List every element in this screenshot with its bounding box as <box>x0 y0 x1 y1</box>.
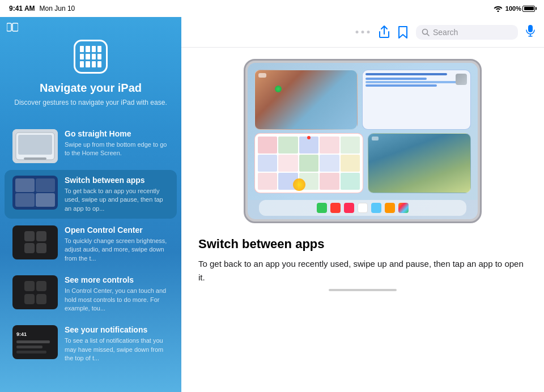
sidebar-thumb-more-controls <box>12 275 58 309</box>
sidebar-item-desc-more-controls: In Control Center, you can touch and hol… <box>65 287 169 313</box>
battery-percentage: 100% <box>505 5 521 12</box>
ipad-frame: 9:41 AM Mon Jun 10 100% <box>0 0 544 392</box>
dot-2 <box>362 31 364 33</box>
sidebar-item-text-switch-apps: Switch between apps To get back to an ap… <box>65 176 169 213</box>
main-content: Search <box>181 17 544 392</box>
sidebar: Navigate your iPad Discover gestures to … <box>0 17 181 392</box>
status-date: Mon Jun 10 <box>40 5 75 12</box>
article-area: Switch between apps To get back to an ap… <box>181 48 544 392</box>
sidebar-item-control-center[interactable]: Open Control Center To quickly change sc… <box>5 220 177 269</box>
toolbar-actions: Search <box>379 24 535 40</box>
sidebar-item-desc-notifications: To see a list of notifications that you … <box>65 336 169 363</box>
sidebar-item-text-go-home: Go straight Home Swipe up from the botto… <box>65 129 169 158</box>
sidebar-item-more-controls[interactable]: See more controls In Control Center, you… <box>5 270 177 318</box>
sidebar-thumb-go-home <box>12 129 58 163</box>
sidebar-thumb-switch-apps <box>12 176 58 210</box>
sidebar-thumb-notifications: 9:41 <box>12 325 58 359</box>
svg-rect-6 <box>24 157 46 160</box>
sidebar-item-text-notifications: See your notifications To see a list of … <box>65 325 169 363</box>
sidebar-item-go-home[interactable]: Go straight Home Swipe up from the botto… <box>5 123 177 169</box>
status-time: 9:41 AM <box>9 5 35 12</box>
dot-3 <box>367 31 370 33</box>
sidebar-items-list: Go straight Home Swipe up from the botto… <box>0 119 181 392</box>
circle-green <box>275 86 282 92</box>
svg-point-0 <box>497 11 499 12</box>
sidebar-title: Navigate your iPad <box>11 82 170 95</box>
dock-icon-4 <box>358 203 368 213</box>
app-card-landscape <box>254 70 358 130</box>
status-icons: 100% <box>494 5 535 12</box>
sidebar-item-title-notifications: See your notifications <box>65 325 169 334</box>
app-row-top <box>254 70 471 130</box>
search-icon <box>422 28 430 36</box>
sidebar-toggle-button[interactable] <box>7 23 18 35</box>
home-indicator <box>329 289 397 291</box>
svg-rect-2 <box>12 23 18 31</box>
sidebar-item-desc-control-center: To quickly change screen brightness, adj… <box>65 237 169 263</box>
sidebar-item-desc-go-home: Swipe up from the bottom edge to go to t… <box>65 140 169 158</box>
dock-icon-6 <box>385 203 395 213</box>
dock-icon-5 <box>371 203 381 213</box>
sidebar-item-text-more-controls: See more controls In Control Center, you… <box>65 275 169 313</box>
sidebar-item-title-switch-apps: Switch between apps <box>65 176 169 185</box>
sidebar-item-notifications[interactable]: 9:41 See your notifications To see a lis… <box>5 319 177 368</box>
dock-icon-7 <box>398 203 409 213</box>
sidebar-subtitle: Discover gestures to navigate your iPad … <box>11 98 170 108</box>
layout-body: Navigate your iPad Discover gestures to … <box>0 17 544 392</box>
multitask-grid <box>248 63 478 200</box>
sidebar-item-text-control-center: Open Control Center To quickly change sc… <box>65 225 169 263</box>
circle-yellow <box>293 178 305 191</box>
article-title: Switch between apps <box>198 237 325 252</box>
sidebar-item-title-go-home: Go straight Home <box>65 129 169 138</box>
article-body: To get back to an app you recently used,… <box>198 257 527 284</box>
svg-rect-5 <box>18 135 52 155</box>
top-bar: Search <box>181 17 544 48</box>
mic-icon <box>526 24 535 37</box>
sidebar-thumb-control-center <box>12 225 58 259</box>
svg-line-8 <box>427 33 430 36</box>
bookmark-button[interactable] <box>398 25 408 39</box>
dock-icon-3 <box>344 203 354 213</box>
search-bar[interactable]: Search <box>416 25 518 40</box>
svg-rect-9 <box>528 25 533 32</box>
sidebar-item-switch-apps[interactable]: Switch between apps To get back to an ap… <box>5 170 177 219</box>
dock-icon-2 <box>330 203 341 213</box>
app-card-calendar <box>254 133 363 193</box>
search-input-label: Search <box>433 28 458 37</box>
app-card-scene <box>368 133 471 193</box>
sidebar-item-title-more-controls: See more controls <box>65 275 169 284</box>
pagination-dots <box>356 31 370 33</box>
dot-1 <box>356 31 359 33</box>
sidebar-header: Navigate your iPad Discover gestures to … <box>0 17 181 119</box>
ipad-screen <box>248 63 478 219</box>
svg-rect-1 <box>7 23 11 31</box>
ipad-demo-illustration <box>244 59 482 223</box>
wifi-icon <box>494 5 503 12</box>
app-row-bottom <box>254 133 471 193</box>
app-card-contacts <box>362 70 471 130</box>
battery-indicator: 100% <box>505 5 535 12</box>
sidebar-item-title-control-center: Open Control Center <box>65 225 169 235</box>
sidebar-item-desc-switch-apps: To get back to an app you recently used,… <box>65 187 169 213</box>
microphone-button[interactable] <box>526 24 535 40</box>
ipad-dock <box>259 200 466 216</box>
sidebar-header-icon <box>74 40 108 74</box>
dock-icon-1 <box>317 203 327 213</box>
status-bar: 9:41 AM Mon Jun 10 100% <box>0 0 544 17</box>
share-button[interactable] <box>379 25 390 39</box>
